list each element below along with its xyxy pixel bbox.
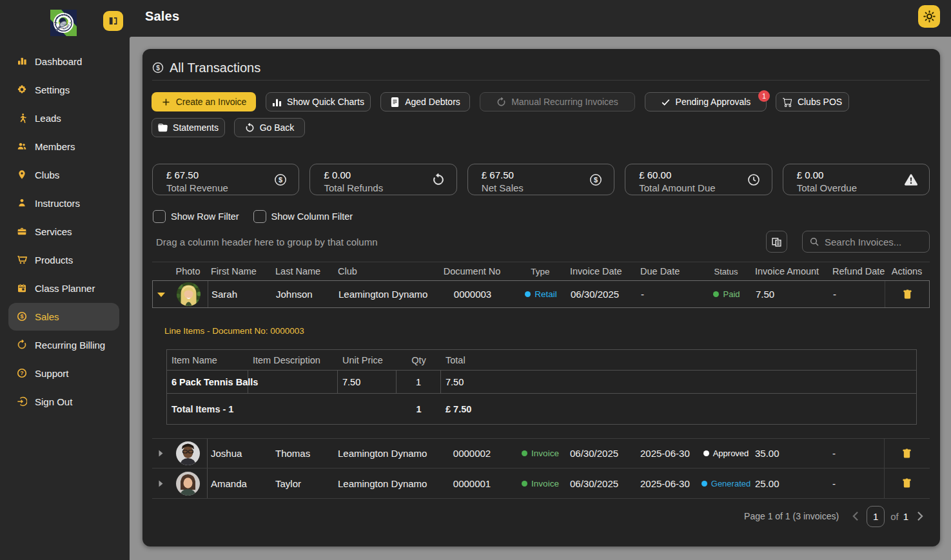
svg-text:$: $	[20, 313, 23, 320]
svg-text:$: $	[279, 175, 282, 183]
svg-text:$: $	[156, 64, 160, 72]
svg-text:$: $	[594, 175, 598, 183]
svg-text:?: ?	[20, 370, 23, 376]
